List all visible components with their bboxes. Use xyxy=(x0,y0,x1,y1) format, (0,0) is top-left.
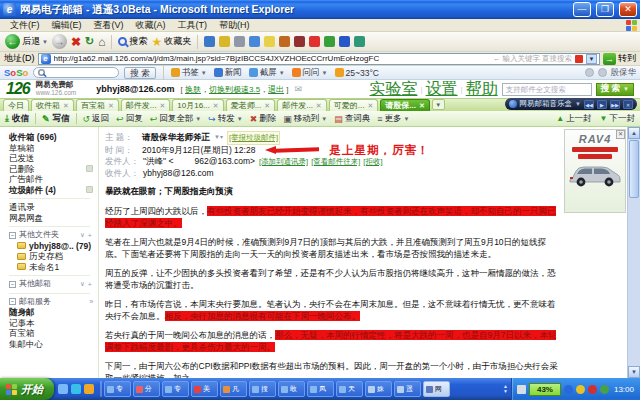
next-mail-button[interactable]: ▼ 下一封 xyxy=(600,113,635,125)
tab-close-icon[interactable]: ✕ xyxy=(213,102,219,109)
subject-dropdown-icon[interactable]: ▼▾ xyxy=(214,132,223,144)
sidebar-item-2[interactable]: 已发送 xyxy=(9,153,98,164)
sidebar-item-19[interactable]: 记事本 xyxy=(9,318,98,329)
print-icon[interactable] xyxy=(234,36,245,47)
action-3[interactable]: ↪转发▼ xyxy=(208,113,243,125)
tab-0[interactable]: 今日 xyxy=(3,99,29,111)
security-icon[interactable] xyxy=(588,385,597,394)
nav-link-1[interactable]: 设置 xyxy=(426,79,458,100)
receive-mail-button[interactable]: ⤓ 收信 xyxy=(5,113,29,125)
address-input[interactable]: e http://g1a62.mail.126.com/a/j/dm3/main… xyxy=(38,53,601,65)
sidebar-item-5[interactable]: 垃圾邮件 (4) xyxy=(9,185,98,196)
sender-link-2[interactable]: [拒收] xyxy=(363,156,382,168)
minimize-button[interactable]: — xyxy=(573,2,591,17)
qq-icon[interactable] xyxy=(339,36,350,47)
taskbar-window-6[interactable]: 敢 xyxy=(278,381,305,397)
tab-5[interactable]: 爱老师...✕ xyxy=(226,99,276,111)
taskbar-window-9[interactable]: 姝 xyxy=(365,381,392,397)
mail-search-input[interactable] xyxy=(502,83,592,96)
nav-link-0[interactable]: 实验室 xyxy=(370,79,418,100)
tab-list-button[interactable]: ▼ xyxy=(432,99,445,110)
menu-item-2[interactable]: 查看(V) xyxy=(88,19,130,32)
action-2[interactable]: ↩回复全部▼ xyxy=(150,113,202,125)
bluetooth-icon[interactable] xyxy=(564,385,573,394)
tab-2[interactable]: 百宝箱✕ xyxy=(76,99,119,111)
music-box-widget[interactable]: 网易邮箱音乐盒 ▼ ◀◀ ▶ ▶▶ ✕ xyxy=(505,98,637,110)
sidebar-item-18[interactable]: 随身邮 xyxy=(9,307,98,318)
menu-item-1[interactable]: 编辑(E) xyxy=(46,19,88,32)
taskbar-window-0[interactable]: 专 xyxy=(104,381,131,397)
scroll-down-icon[interactable]: ▼ xyxy=(628,366,640,378)
tab-close-icon[interactable]: ✕ xyxy=(159,102,165,109)
taskbar-window-7[interactable]: 凤 xyxy=(307,381,334,397)
group-controls-icon[interactable]: » xyxy=(89,297,93,308)
sidebar-item-8[interactable]: 网易网盘 xyxy=(9,213,98,224)
empty-folder-icon[interactable] xyxy=(86,186,93,193)
tab-6[interactable]: 邮件发...✕ xyxy=(277,99,327,111)
soso-search-button[interactable]: 搜 索 xyxy=(124,67,155,79)
sidebar-group-17[interactable]: −邮箱服务» xyxy=(9,297,98,308)
notes-icon[interactable] xyxy=(264,36,275,47)
collapse-icon[interactable]: − xyxy=(9,298,16,305)
tab-1[interactable]: 收件箱✕ xyxy=(31,99,74,111)
sogou-icon[interactable] xyxy=(324,36,335,47)
sidebar-item-7[interactable]: 通讯录 xyxy=(9,202,98,213)
scrollbar-thumb[interactable] xyxy=(629,140,639,198)
restore-button[interactable]: ❐ xyxy=(596,2,614,17)
site-logo[interactable]: 126 xyxy=(6,80,30,98)
show-desktop-icon[interactable] xyxy=(71,384,81,394)
menu-item-4[interactable]: 工具(T) xyxy=(172,19,214,32)
group-controls-icon[interactable]: ∨ ＋ xyxy=(80,230,93,241)
taskbar-window-11[interactable]: 网 xyxy=(423,381,450,397)
compose-mail-button[interactable]: ✎ 写信 xyxy=(42,113,70,125)
window-titlebar[interactable]: e 网易电子邮箱 - 逍遥3.0Beta - Microsoft Interne… xyxy=(0,0,640,19)
collapse-icon[interactable]: − xyxy=(9,232,16,239)
address-dropdown-icon[interactable]: ▼ xyxy=(586,54,597,64)
music-play-button[interactable]: ▶ xyxy=(597,100,607,109)
refresh-button[interactable]: ↻ xyxy=(85,35,94,48)
taskbar-window-3[interactable]: 美 xyxy=(191,381,218,397)
go-button[interactable]: → 转到 xyxy=(603,52,636,65)
tab-close-icon[interactable]: ✕ xyxy=(316,102,322,109)
soso-search-input[interactable] xyxy=(33,67,119,78)
tab-3[interactable]: 邮件发...✕ xyxy=(121,99,171,111)
sender-link-1[interactable]: [查看邮件往来] xyxy=(311,156,360,168)
tab-close-icon[interactable]: ✕ xyxy=(419,102,425,109)
action-5[interactable]: ▣移动到▼ xyxy=(283,113,327,125)
tab-7[interactable]: 可爱的...✕ xyxy=(329,99,379,111)
stop-button[interactable]: ✖ xyxy=(71,35,81,49)
media-icon[interactable] xyxy=(204,36,215,47)
soso-item-0[interactable]: 书签▼ xyxy=(171,67,207,79)
tab-8[interactable]: 请殷保...✕ xyxy=(380,99,430,111)
tab-close-icon[interactable]: ✕ xyxy=(63,102,69,109)
sidebar-group-15[interactable]: −其他邮箱∨ ＋ xyxy=(9,279,98,290)
taskbar-window-10[interactable]: 遥 xyxy=(394,381,421,397)
taskbar-window-5[interactable]: 搜 xyxy=(249,381,276,397)
sidebar-group-10[interactable]: −其他文件夹∨ ＋ xyxy=(9,230,98,241)
tab-4[interactable]: 10月16...✕ xyxy=(172,99,223,111)
history-icon[interactable] xyxy=(294,36,305,47)
sidebar-item-11[interactable]: ybhyj88@.. (79) xyxy=(9,241,98,252)
sidebar-item-0[interactable]: 收件箱 (696) xyxy=(9,132,98,143)
messenger-icon[interactable] xyxy=(279,36,290,47)
menu-item-3[interactable]: 收藏(A) xyxy=(130,19,172,32)
taskbar-window-2[interactable]: 专 xyxy=(162,381,189,397)
action-4[interactable]: ✖删除 xyxy=(250,113,277,125)
taskbar-scroll-icons[interactable]: ▲▼ xyxy=(503,384,508,394)
ad-close-icon[interactable]: ✕ xyxy=(616,130,625,139)
sidebar-item-3[interactable]: 已删除 xyxy=(9,164,98,175)
edit-icon[interactable] xyxy=(249,36,260,47)
account-link-2[interactable]: 退出 xyxy=(268,85,284,94)
opera-icon[interactable] xyxy=(309,36,320,47)
action-0[interactable]: ↺返回 xyxy=(83,113,110,125)
start-button[interactable]: 开始 xyxy=(0,378,54,400)
mail-search-button[interactable]: 搜 索 ▼ xyxy=(596,83,634,96)
soso-item-3[interactable]: 问问▼ xyxy=(292,67,328,79)
soso-item-1[interactable]: 新闻 xyxy=(214,67,242,79)
vertical-scrollbar[interactable]: ▲ ▼ xyxy=(627,127,640,378)
sidebar-item-21[interactable]: 集邮中心 xyxy=(9,339,98,350)
forward-button[interactable]: → xyxy=(52,34,67,49)
taskbar-window-8[interactable]: 天 xyxy=(336,381,363,397)
tab-close-icon[interactable]: ✕ xyxy=(108,102,114,109)
tab-close-icon[interactable]: ✕ xyxy=(367,102,373,109)
